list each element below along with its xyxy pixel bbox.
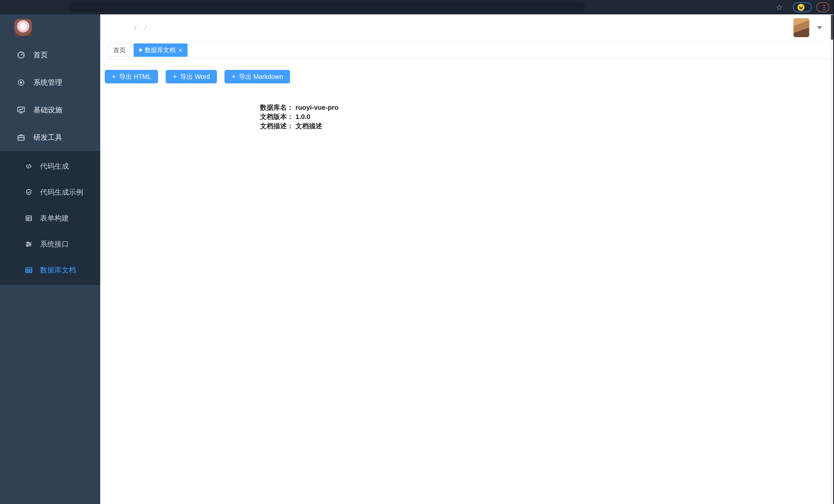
user-avatar[interactable] — [793, 18, 809, 37]
tab-bar: 首页 数据库文档 × — [100, 41, 834, 59]
page-tab[interactable]: 数据库文档 × — [134, 43, 188, 57]
meta-line: 文档版本：1.0.0 — [260, 112, 834, 121]
sidebar: 首页 系统管理 基础设施 研发工具 代 — [0, 15, 100, 504]
gear-icon — [17, 78, 26, 87]
form-icon — [25, 214, 33, 222]
monitor-icon — [17, 105, 26, 115]
sidebar-submenu-item[interactable]: 数据库文档 — [0, 257, 100, 283]
emoji-avatar-icon — [797, 4, 805, 11]
plus-icon: + — [232, 72, 236, 81]
export-button[interactable]: + 导出 Word — [166, 70, 217, 83]
sidebar-menu-item[interactable]: 基础设施 — [0, 96, 100, 124]
browser-toolbar: ☆ — [762, 2, 829, 12]
browser-nav — [6, 2, 63, 12]
browser-menu-icon[interactable] — [824, 5, 825, 10]
export-button[interactable]: + 导出 Markdown — [224, 70, 290, 83]
document-content: + 导出 HTML + 导出 Word + 导出 Markdown 数据库名：r… — [100, 59, 834, 504]
sidebar-collapse-icon[interactable] — [109, 23, 119, 33]
page-tab[interactable]: 首页 — [108, 43, 131, 57]
app-logo-row — [0, 15, 100, 41]
browser-update-button[interactable] — [816, 2, 829, 12]
export-button[interactable]: + 导出 HTML — [105, 70, 158, 83]
table-grid-icon — [25, 266, 33, 274]
sidebar-menu-item[interactable]: 首页 — [0, 41, 100, 69]
star-icon[interactable]: ☆ — [775, 3, 784, 12]
breadcrumb — [130, 24, 151, 32]
dashboard-icon — [17, 50, 26, 60]
app-logo-image — [15, 19, 32, 37]
page-header — [100, 15, 834, 41]
sidebar-submenu-item[interactable]: 代码生成 — [0, 153, 100, 179]
plus-icon: + — [173, 72, 177, 81]
meta-line: 文档描述：文档描述 — [260, 121, 834, 131]
browser-bar: ☆ — [0, 0, 834, 15]
caret-down-icon[interactable] — [817, 26, 822, 29]
shield-check-icon — [25, 188, 33, 196]
sidebar-menu-item[interactable]: 系统管理 — [0, 69, 100, 96]
breadcrumb-item[interactable] — [130, 24, 140, 32]
active-dot-icon — [139, 49, 142, 52]
sidebar-menu-item[interactable]: 研发工具 — [0, 124, 100, 151]
sidebar-submenu: 代码生成 代码生成示例 表单构建 系统接口 数据库文档 — [0, 151, 100, 285]
profile-paused-pill[interactable] — [793, 2, 812, 12]
sidebar-submenu-item[interactable]: 代码生成示例 — [0, 179, 100, 205]
meta-line: 数据库名：ruoyi-vue-pro — [260, 103, 834, 112]
export-toolbar: + 导出 HTML + 导出 Word + 导出 Markdown — [105, 70, 834, 83]
close-icon[interactable]: × — [179, 47, 182, 53]
sliders-icon — [25, 240, 33, 248]
code-icon — [25, 162, 33, 170]
window-scrollbar-track — [830, 15, 833, 504]
key-icon[interactable] — [762, 3, 770, 12]
window-scrollbar-thumb[interactable] — [831, 15, 833, 40]
sidebar-submenu-item[interactable]: 表单构建 — [0, 205, 100, 231]
header-tools — [709, 18, 822, 37]
sidebar-submenu-item[interactable]: 系统接口 — [0, 231, 100, 257]
plus-icon: + — [112, 72, 116, 81]
address-bar[interactable] — [69, 2, 585, 12]
briefcase-icon — [17, 133, 26, 142]
breadcrumb-item[interactable] — [140, 24, 151, 32]
document-meta: 数据库名：ruoyi-vue-pro 文档版本：1.0.0 文档描述：文档描述 — [260, 103, 834, 131]
sidebar-menu: 首页 系统管理 基础设施 研发工具 — [0, 41, 100, 151]
